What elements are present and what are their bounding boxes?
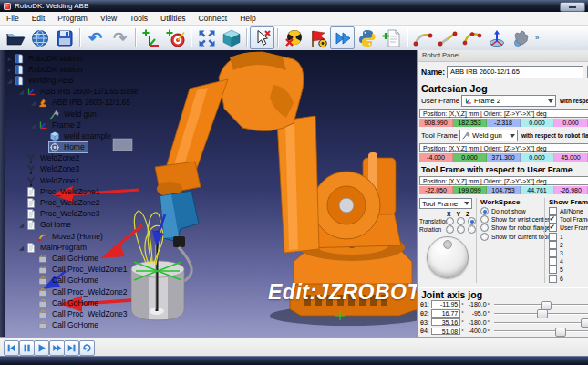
collision-check-icon[interactable] — [281, 26, 305, 49]
pause-button[interactable] — [19, 340, 35, 356]
tree-expander-icon[interactable]: ◢ — [17, 244, 26, 252]
checkbox-icon[interactable] — [549, 266, 557, 274]
translation-radio[interactable] — [457, 217, 465, 225]
collision-flag-icon[interactable] — [305, 26, 330, 49]
panel-dock-title[interactable]: Robot Panel — [418, 50, 588, 62]
minimize-button[interactable] — [560, 2, 585, 12]
workspace-option[interactable]: Show for current tool — [480, 233, 544, 241]
tree-row-content[interactable]: Weld gun — [49, 110, 99, 120]
tree-row[interactable]: Call GoHome — [5, 276, 279, 287]
tree-row[interactable]: MoveJ (Home) — [5, 231, 279, 242]
pose-value-cell[interactable]: 182.353 — [453, 119, 487, 127]
joint-value-input[interactable]: -11.95 — [431, 300, 460, 308]
tree-row-content[interactable]: ABB IRB 2600-12/1.65 Base — [26, 87, 141, 97]
tree-expander-icon[interactable]: ◢ — [17, 88, 26, 96]
rotation-radio[interactable] — [457, 225, 465, 234]
tree-row-content[interactable]: RoboDK station — [14, 65, 86, 75]
checkbox-icon[interactable] — [549, 224, 557, 232]
tree-row-content[interactable]: Proc_WeldZone1 — [26, 187, 103, 197]
tree-row[interactable]: Proc_WeldZone2 — [5, 197, 279, 208]
tree-row-content[interactable]: WeldZone3 — [26, 164, 82, 174]
add-program-icon[interactable] — [379, 26, 404, 49]
movej-icon[interactable] — [410, 26, 435, 49]
tree-row-content[interactable]: Call Proc_WeldZone3 — [37, 309, 130, 319]
workspace-option[interactable]: Do not show — [480, 207, 544, 215]
tree-row[interactable]: Call GoHome — [5, 253, 279, 264]
show-frames-option[interactable]: 6 — [549, 275, 588, 283]
isometric-view-icon[interactable] — [219, 26, 243, 49]
joint-value-input[interactable]: 51.08 — [431, 328, 460, 336]
tree-row-content[interactable]: ABB IRB 2600-12/1.65 — [37, 98, 133, 108]
tree-row[interactable]: Call GoHome — [5, 297, 279, 308]
pose-value-cell[interactable]: 908.990 — [419, 119, 453, 127]
joint-slider[interactable] — [494, 300, 588, 308]
tree-row-content[interactable]: weld example — [49, 131, 114, 141]
replay-button[interactable] — [79, 340, 95, 356]
jog-reference-dropdown[interactable]: Tool Frame — [419, 198, 472, 209]
tree-row[interactable]: ◢GoHome — [5, 220, 279, 231]
tree-row-content[interactable]: RoboDK station — [14, 54, 86, 64]
tree-row[interactable]: ◢MainProgram — [5, 242, 279, 253]
checkbox-icon[interactable] — [549, 249, 557, 257]
pose-value-cell[interactable]: 0.000 — [453, 153, 487, 162]
tree-row-content[interactable]: Call Proc_WeldZone2 — [37, 287, 130, 297]
show-frames-option[interactable]: 5 — [549, 266, 588, 274]
tree-row-content[interactable]: MainProgram — [26, 243, 89, 253]
tree-expander-icon[interactable]: ◢ — [29, 99, 37, 107]
tree-row[interactable]: WeldZone1 — [5, 175, 279, 186]
show-frames-option[interactable]: 1 — [549, 233, 588, 241]
pose-format-dropdown-2[interactable]: Position: [X,Y,Z] mm | Orient: [Z->Y'->X… — [419, 143, 588, 152]
show-frames-option[interactable]: User Frame — [549, 224, 588, 232]
skip-end-button[interactable] — [64, 340, 79, 356]
menu-item-help[interactable]: Help — [233, 13, 262, 25]
tree-expander-icon[interactable]: ▸ — [5, 55, 14, 63]
joint-value-input[interactable]: 16.77 — [431, 309, 460, 318]
tree-expander-icon[interactable]: ◢ — [17, 221, 26, 229]
jog-knob[interactable] — [427, 236, 469, 278]
tree-row[interactable]: Call Proc_WeldZone3 — [5, 308, 279, 319]
tree-row-content[interactable]: GoHome — [26, 220, 74, 230]
tree-row[interactable]: Proc_WeldZone1 — [5, 186, 279, 197]
tree-row-content[interactable]: Call GoHome — [37, 298, 101, 308]
joint-slider[interactable] — [494, 309, 588, 318]
tool-frame-dropdown[interactable]: Weld gun — [459, 130, 518, 141]
open-icon[interactable] — [3, 26, 27, 49]
tree-row[interactable]: Call GoHome — [5, 320, 279, 331]
menu-item-view[interactable]: View — [94, 13, 123, 25]
pose-value-cell[interactable]: -4.000 — [419, 153, 453, 162]
tree-row-content[interactable]: Frame 2 — [37, 120, 84, 130]
joint-slider[interactable] — [494, 318, 588, 327]
fit-all-icon[interactable] — [194, 26, 219, 49]
tree-row[interactable]: ▸RoboDK station — [5, 53, 279, 64]
tree-row-content[interactable]: Call GoHome — [37, 254, 101, 264]
tree-row[interactable]: Home — [5, 142, 279, 153]
select-cursor-icon[interactable] — [250, 26, 274, 49]
show-frames-option[interactable]: 4 — [549, 257, 588, 266]
rotation-radio[interactable] — [468, 225, 476, 234]
pose-value-cell[interactable]: 0.000 — [521, 153, 554, 162]
show-frames-option[interactable]: 2 — [549, 241, 588, 249]
menu-item-connect[interactable]: Connect — [191, 13, 233, 25]
tree-row[interactable]: ◢Welding ABB — [5, 75, 279, 86]
add-target-icon[interactable] — [163, 26, 188, 49]
workspace-radio[interactable] — [480, 215, 489, 224]
tree-row-selected[interactable]: Home — [49, 142, 88, 152]
fast-forward-button[interactable] — [49, 340, 65, 356]
tree-row-content[interactable]: MoveJ (Home) — [37, 232, 106, 242]
tree-expander-icon[interactable]: ◢ — [5, 77, 14, 85]
undo-icon[interactable]: ↶ — [83, 26, 108, 49]
pose-value-cell[interactable]: -22.050 — [419, 186, 453, 194]
movel-icon[interactable] — [435, 26, 459, 49]
pose-format-dropdown-1[interactable]: Position: [X,Y,Z] mm | Orient: [Z->Y'->X… — [419, 109, 588, 118]
workspace-option[interactable]: Show for wrist center — [480, 215, 544, 224]
tree-row[interactable]: Proc_WeldZone3 — [5, 209, 279, 220]
grab-icon[interactable] — [509, 26, 533, 49]
checkbox-icon[interactable] — [549, 275, 557, 283]
tree-row[interactable]: Weld gun — [5, 109, 279, 120]
pose-value-cell[interactable]: 199.099 — [453, 186, 487, 194]
tree-expander-icon[interactable]: ▸ — [5, 66, 14, 74]
tree-row[interactable]: WeldZone3 — [5, 164, 279, 175]
tree-row[interactable]: ▸RoboDK station — [5, 64, 279, 75]
movec-icon[interactable] — [459, 26, 484, 49]
pose-value-cell[interactable]: 0.000 — [554, 119, 588, 127]
